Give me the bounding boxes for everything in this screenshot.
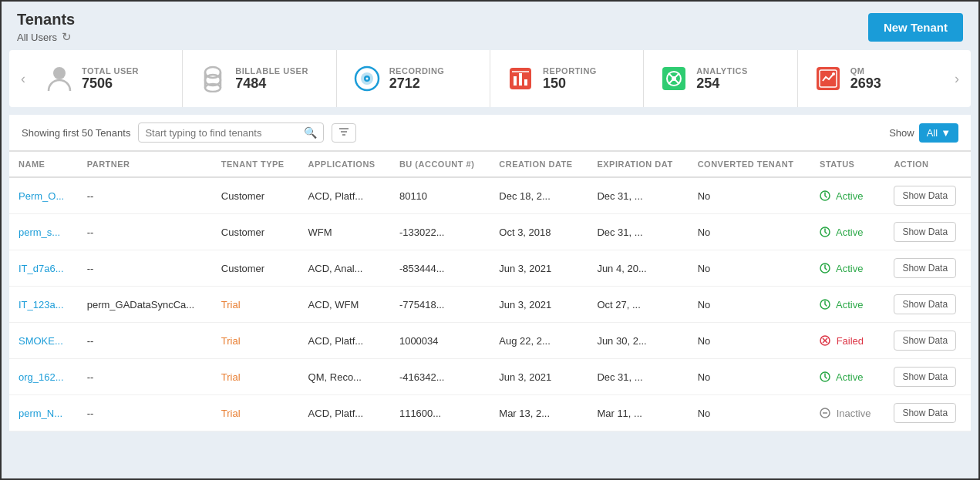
status-badge: Active — [820, 263, 875, 274]
recording-text: RECORDING 2712 — [389, 66, 445, 92]
cell-name[interactable]: SMOKE... — [9, 323, 78, 359]
cell-applications: ACD, Anal... — [299, 250, 390, 287]
cell-name[interactable]: Perm_O... — [9, 177, 78, 214]
cell-status: Active — [810, 287, 884, 323]
cell-action[interactable]: Show Data — [884, 214, 971, 250]
cell-bu: -775418... — [390, 287, 490, 323]
show-dropdown[interactable]: All ▼ — [919, 123, 958, 143]
cell-bu: -853444... — [390, 250, 490, 287]
recording-icon — [352, 64, 382, 93]
analytics-text: ANALYTICS 254 — [696, 66, 747, 92]
svg-point-22 — [832, 72, 835, 76]
cell-name[interactable]: perm_s... — [9, 214, 78, 250]
show-data-button[interactable]: Show Data — [894, 258, 956, 278]
total-user-icon — [45, 64, 74, 93]
filter-button[interactable] — [332, 123, 356, 143]
stat-qm: QM 2693 — [798, 50, 951, 107]
total-user-value: 7506 — [82, 76, 139, 92]
cell-type: Trial — [212, 395, 299, 431]
cell-applications: WFM — [299, 214, 390, 250]
col-bu: BU (ACCOUNT #) — [390, 152, 490, 177]
col-converted: CONVERTED TENANT — [689, 152, 810, 177]
col-name: NAME — [9, 152, 78, 177]
cell-action[interactable]: Show Data — [884, 395, 971, 431]
cell-name[interactable]: IT_d7a6... — [9, 250, 78, 287]
cell-applications: QM, Reco... — [299, 359, 390, 395]
search-input[interactable] — [145, 127, 299, 139]
cell-type: Trial — [212, 287, 299, 323]
cell-creation: Oct 3, 2018 — [490, 214, 588, 250]
stats-bar: TOTAL USER 7506 BILLABLE USER — [29, 50, 951, 107]
new-tenant-button[interactable]: New Tenant — [868, 13, 963, 42]
cell-type: Customer — [212, 214, 299, 250]
total-user-text: TOTAL USER 7506 — [82, 66, 139, 92]
search-icon[interactable]: 🔍 — [304, 126, 317, 139]
show-data-button[interactable]: Show Data — [894, 331, 956, 351]
stat-billable-user: BILLABLE USER 7484 — [183, 50, 336, 107]
cell-action[interactable]: Show Data — [884, 359, 971, 395]
col-status: STATUS — [810, 152, 884, 177]
cell-expiration: Dec 31, ... — [588, 359, 688, 395]
cell-converted: No — [689, 359, 810, 395]
cell-name[interactable]: org_162... — [9, 359, 78, 395]
table-body: Perm_O... -- Customer ACD, Platf... 8011… — [9, 177, 971, 431]
show-data-button[interactable]: Show Data — [894, 367, 956, 387]
cell-expiration: Jun 30, 2... — [588, 323, 688, 359]
cell-action[interactable]: Show Data — [884, 323, 971, 359]
cell-expiration: Mar 11, ... — [588, 395, 688, 431]
qm-icon — [813, 64, 843, 93]
svg-point-0 — [53, 67, 66, 79]
cell-action[interactable]: Show Data — [884, 250, 971, 287]
table-row: SMOKE... -- Trial ACD, Platf... 1000034 … — [9, 323, 971, 359]
cell-status: Active — [810, 177, 884, 214]
stats-next-arrow[interactable]: › — [951, 67, 963, 91]
reporting-value: 150 — [543, 76, 597, 92]
tenants-table: NAME PARTNER TENANT TYPE APPLICATIONS BU… — [9, 152, 971, 431]
cell-creation: Dec 18, 2... — [490, 177, 588, 214]
cell-converted: No — [689, 214, 810, 250]
table-row: IT_123a... perm_GADataSyncCa... Trial AC… — [9, 287, 971, 323]
qm-label: QM — [850, 66, 881, 76]
cell-expiration: Dec 31, ... — [588, 214, 688, 250]
sub-header: All Users ↻ — [17, 30, 75, 44]
svg-rect-12 — [519, 73, 522, 86]
cell-converted: No — [689, 250, 810, 287]
cell-partner: -- — [78, 323, 212, 359]
show-data-button[interactable]: Show Data — [894, 294, 956, 314]
status-badge: Active — [820, 299, 875, 310]
cell-action[interactable]: Show Data — [884, 287, 971, 323]
cell-action[interactable]: Show Data — [884, 177, 971, 214]
show-data-button[interactable]: Show Data — [894, 186, 956, 206]
cell-bu: -133022... — [390, 214, 490, 250]
search-box: 🔍 — [138, 123, 324, 143]
cell-name[interactable]: IT_123a... — [9, 287, 78, 323]
cell-type: Customer — [212, 250, 299, 287]
toolbar: Showing first 50 Tenants 🔍 Show All ▼ — [9, 115, 971, 151]
stats-prev-arrow[interactable]: ‹ — [17, 67, 29, 91]
header-left: Tenants All Users ↻ — [17, 11, 75, 44]
toolbar-left: Showing first 50 Tenants 🔍 — [22, 123, 356, 143]
show-data-button[interactable]: Show Data — [894, 222, 956, 242]
qm-value: 2693 — [850, 76, 881, 92]
cell-creation: Aug 22, 2... — [490, 323, 588, 359]
show-data-button[interactable]: Show Data — [894, 403, 956, 423]
billable-user-value: 7484 — [235, 76, 308, 92]
col-applications: APPLICATIONS — [299, 152, 390, 177]
col-partner: PARTNER — [78, 152, 212, 177]
cell-partner: perm_GADataSyncCa... — [78, 287, 212, 323]
cell-bu: -416342... — [390, 359, 490, 395]
cell-converted: No — [689, 323, 810, 359]
col-expiration: EXPIRATION DAT — [588, 152, 688, 177]
status-badge: Inactive — [820, 408, 875, 419]
cell-name[interactable]: perm_N... — [9, 395, 78, 431]
analytics-value: 254 — [696, 76, 747, 92]
cell-partner: -- — [78, 177, 212, 214]
table-row: IT_d7a6... -- Customer ACD, Anal... -853… — [9, 250, 971, 287]
stat-recording: RECORDING 2712 — [337, 50, 490, 107]
table-wrapper: NAME PARTNER TENANT TYPE APPLICATIONS BU… — [9, 151, 971, 431]
cell-type: Customer — [212, 177, 299, 214]
cell-bu: 1000034 — [390, 323, 490, 359]
refresh-icon[interactable]: ↻ — [62, 30, 72, 44]
stat-reporting: REPORTING 150 — [490, 50, 644, 107]
stat-total-user: TOTAL USER 7506 — [29, 50, 183, 107]
